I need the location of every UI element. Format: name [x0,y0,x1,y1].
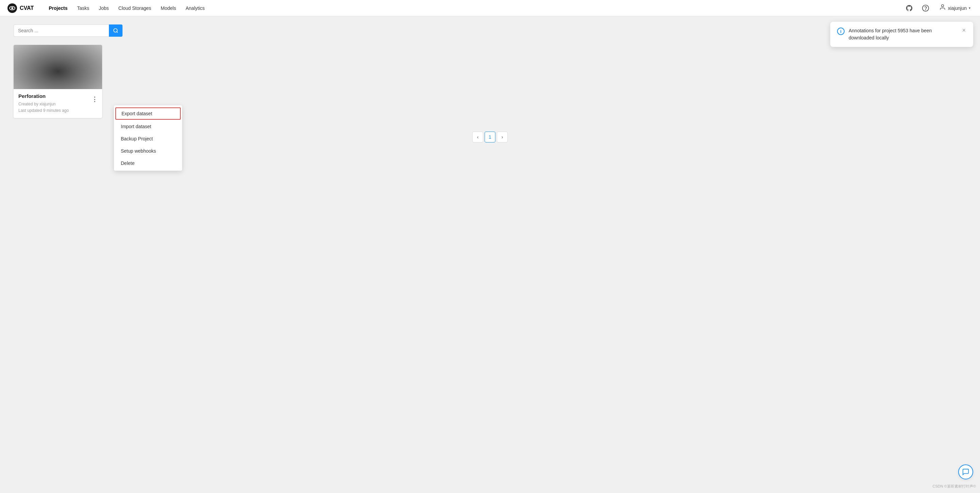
projects-grid: Perforation Created by xiajunjun Last up… [14,45,966,118]
logo[interactable]: CVAT [7,3,34,14]
nav-models[interactable]: Models [156,3,180,13]
pagination-page-1-button[interactable]: 1 [485,132,495,143]
svg-line-7 [117,32,118,33]
cvat-logo-icon [7,3,18,14]
svg-point-6 [114,29,118,32]
notification-toast: i Annotations for project 5953 have been… [830,22,973,47]
svg-point-2 [11,7,13,9]
github-icon [905,5,913,12]
toast-close-button[interactable]: × [961,27,966,33]
nav-projects[interactable]: Projects [45,3,72,13]
context-menu-delete[interactable]: Delete [114,157,182,169]
project-meta: Created by xiajunjun Last updated 9 minu… [18,101,97,114]
toast-message: Annotations for project 5953 have been d… [849,27,957,41]
toast-info-icon: i [837,27,845,35]
context-menu-setup-webhooks[interactable]: Setup webhooks [114,145,182,157]
toolbar: Sort by ≡ Quick filters Filter [14,24,966,37]
help-icon [922,5,929,12]
project-title: Perforation [18,93,97,99]
user-avatar-icon [939,4,946,12]
pagination-next-button[interactable]: › [497,132,508,143]
chat-button[interactable] [958,464,973,479]
search-input[interactable] [14,24,109,37]
project-more-button[interactable]: ⋮ [91,95,99,103]
project-thumbnail-image [14,45,102,89]
nav-right-actions: xiajunjun ▾ [904,2,973,14]
username-label: xiajunjun [948,5,967,11]
nav-tasks[interactable]: Tasks [73,3,93,13]
context-menu-backup-project[interactable]: Backup Project [114,133,182,145]
nav-analytics[interactable]: Analytics [181,3,208,13]
top-navigation: CVAT Projects Tasks Jobs Cloud Storages … [0,0,980,16]
github-button[interactable] [904,3,915,14]
context-menu-import-dataset[interactable]: Import dataset [114,120,182,133]
context-menu-export-dataset[interactable]: Export dataset [115,108,181,120]
project-thumbnail [14,45,102,89]
svg-point-5 [941,5,943,7]
user-menu-chevron-icon: ▾ [969,6,970,10]
search-wrapper [14,24,123,37]
project-created-by: Created by xiajunjun [18,101,97,108]
help-button[interactable] [920,3,931,14]
project-info: Perforation Created by xiajunjun Last up… [14,89,102,118]
pagination-prev-button[interactable]: ‹ [472,132,483,143]
context-menu: Export dataset Import dataset Backup Pro… [114,105,182,171]
nav-jobs[interactable]: Jobs [95,3,113,13]
nav-cloud-storages[interactable]: Cloud Storages [115,3,156,13]
project-card: Perforation Created by xiajunjun Last up… [14,45,102,118]
toast-body: Annotations for project 5953 have been d… [849,27,957,41]
user-menu[interactable]: xiajunjun ▾ [937,2,973,14]
logo-label: CVAT [20,5,34,11]
project-last-updated: Last updated 9 minutes ago [18,108,97,114]
search-icon [113,28,118,33]
search-button[interactable] [109,24,123,37]
watermark: CSDN ©某听素材打叶声© [933,484,976,489]
chat-icon [962,468,969,476]
nav-links: Projects Tasks Jobs Cloud Storages Model… [45,3,904,13]
